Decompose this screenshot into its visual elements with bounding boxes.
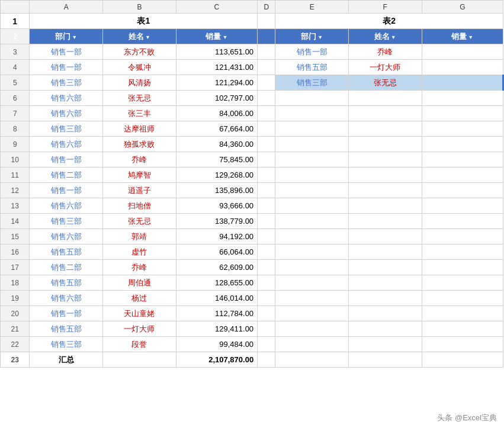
cell-name-t1[interactable]: 张三丰 xyxy=(103,106,176,121)
dropdown-dept-t1[interactable]: ▼ xyxy=(72,34,77,40)
separator-col xyxy=(258,168,275,183)
cell-name-t1[interactable]: 令狐冲 xyxy=(103,60,176,75)
cell-sales-t1[interactable]: 84,360.00 xyxy=(176,137,257,152)
cell-dept-t1[interactable]: 销售五部 xyxy=(30,275,103,291)
data-row: 13销售六部扫地僧93,666.00 xyxy=(1,198,503,214)
cell-dept-t1[interactable]: 销售一部 xyxy=(30,152,103,168)
cell-name-t1[interactable]: 鸠摩智 xyxy=(103,168,176,183)
cell-dept-t1[interactable]: 销售六部 xyxy=(30,291,103,306)
cell-dept-t1[interactable]: 销售二部 xyxy=(30,168,103,183)
header-name-t1[interactable]: 姓名▼ xyxy=(103,29,176,44)
cell-name-t1[interactable]: 达摩祖师 xyxy=(103,121,176,137)
cell-name-t2[interactable]: 张无忌 xyxy=(348,75,422,91)
cell-dept-t1[interactable]: 销售一部 xyxy=(30,60,103,75)
cell-name-t1[interactable]: 杨过 xyxy=(103,291,176,306)
col-header-e[interactable]: E xyxy=(275,1,349,14)
cell-sales-t1[interactable]: 128,655.00 xyxy=(176,275,257,291)
cell-name-t1[interactable]: 一灯大师 xyxy=(103,321,176,337)
cell-name-t1[interactable]: 乔峰 xyxy=(103,152,176,168)
cell-dept-t1[interactable]: 销售一部 xyxy=(30,306,103,321)
col-header-b[interactable]: B xyxy=(103,1,176,14)
cell-name-t1[interactable]: 张无忌 xyxy=(103,214,176,229)
header-dept-t1[interactable]: 部门▼ xyxy=(30,29,103,44)
col-header-d[interactable]: D xyxy=(258,1,275,14)
cell-sales-t1[interactable]: 94,192.00 xyxy=(176,229,257,244)
header-sales-t1[interactable]: 销量▼ xyxy=(176,29,257,44)
dropdown-name-t2[interactable]: ▼ xyxy=(391,34,396,40)
cell-name-t1[interactable]: 东方不败 xyxy=(103,44,176,60)
cell-sales-t1[interactable]: 112,784.00 xyxy=(176,306,257,321)
cell-sales-t1[interactable]: 135,896.00 xyxy=(176,183,257,198)
cell-sales-t2[interactable] xyxy=(422,60,503,75)
cell-name-t1[interactable]: 乔峰 xyxy=(103,260,176,275)
cell-name-t1[interactable]: 扫地僧 xyxy=(103,198,176,214)
cell-sales-t1[interactable]: 121,431.00 xyxy=(176,60,257,75)
cell-sales-t1[interactable]: 66,064.00 xyxy=(176,244,257,260)
cell-name-t2[interactable]: 乔峰 xyxy=(348,44,422,60)
cell-sales-t1[interactable]: 129,268.00 xyxy=(176,168,257,183)
dropdown-sales-t1[interactable]: ▼ xyxy=(222,34,227,40)
header-name-t2[interactable]: 姓名▼ xyxy=(348,29,422,44)
cell-name-t2[interactable]: 一灯大师 xyxy=(348,60,422,75)
col-header-g[interactable]: G xyxy=(422,1,503,14)
cell-name-t1[interactable]: 虚竹 xyxy=(103,244,176,260)
cell-sales-t1[interactable]: 99,484.00 xyxy=(176,337,257,352)
separator-col xyxy=(258,229,275,244)
cell-sales-t2[interactable] xyxy=(422,75,503,91)
cell-name-t1[interactable]: 风清扬 xyxy=(103,75,176,91)
dropdown-dept-t2[interactable]: ▼ xyxy=(317,34,323,40)
cell-empty-t2 xyxy=(422,214,503,229)
cell-empty-t2 xyxy=(275,91,349,106)
dropdown-sales-t2[interactable]: ▼ xyxy=(468,34,473,40)
cell-dept-t2[interactable]: 销售一部 xyxy=(275,44,349,60)
cell-dept-t1[interactable]: 销售六部 xyxy=(30,137,103,152)
dropdown-name-t1[interactable]: ▼ xyxy=(145,34,150,40)
cell-sales-t1[interactable]: 129,411.00 xyxy=(176,321,257,337)
cell-dept-t1[interactable]: 销售六部 xyxy=(30,106,103,121)
data-row: 18销售五部周伯通128,655.00 xyxy=(1,275,503,291)
cell-name-t1[interactable]: 逍遥子 xyxy=(103,183,176,198)
col-header-a[interactable]: A xyxy=(30,1,103,14)
cell-sales-t1[interactable]: 93,666.00 xyxy=(176,198,257,214)
cell-sales-t1[interactable]: 113,651.00 xyxy=(176,44,257,60)
cell-sales-t1[interactable]: 67,664.00 xyxy=(176,121,257,137)
cell-sales-t1[interactable]: 84,006.00 xyxy=(176,106,257,121)
col-header-c[interactable]: C xyxy=(176,1,257,14)
data-row: 9销售六部独孤求败84,360.00 xyxy=(1,137,503,152)
cell-dept-t1[interactable]: 销售三部 xyxy=(30,75,103,91)
cell-empty-t2 xyxy=(275,214,349,229)
cell-dept-t1[interactable]: 销售三部 xyxy=(30,337,103,352)
cell-dept-t1[interactable]: 销售三部 xyxy=(30,121,103,137)
cell-dept-t1[interactable]: 销售一部 xyxy=(30,183,103,198)
cell-name-t1[interactable]: 独孤求败 xyxy=(103,137,176,152)
cell-dept-t2[interactable]: 销售五部 xyxy=(275,60,349,75)
col-header-row: A B C D E F G xyxy=(1,1,503,14)
cell-sales-t1[interactable]: 138,779.00 xyxy=(176,214,257,229)
cell-name-t1[interactable]: 张无忌 xyxy=(103,91,176,106)
data-row: 19销售六部杨过146,014.00 xyxy=(1,291,503,306)
cell-name-t1[interactable]: 天山童姥 xyxy=(103,306,176,321)
cell-dept-t1[interactable]: 销售五部 xyxy=(30,244,103,260)
cell-dept-t1[interactable]: 销售一部 xyxy=(30,44,103,60)
cell-name-t1[interactable]: 周伯通 xyxy=(103,275,176,291)
cell-empty-t2 xyxy=(348,275,422,291)
cell-dept-t1[interactable]: 销售六部 xyxy=(30,91,103,106)
header-dept-t2[interactable]: 部门▼ xyxy=(275,29,349,44)
cell-sales-t1[interactable]: 121,294.00 xyxy=(176,75,257,91)
cell-sales-t2[interactable] xyxy=(422,44,503,60)
cell-dept-t1[interactable]: 销售六部 xyxy=(30,198,103,214)
cell-dept-t1[interactable]: 销售三部 xyxy=(30,214,103,229)
col-header-f[interactable]: F xyxy=(348,1,422,14)
cell-sales-t1[interactable]: 102,797.00 xyxy=(176,91,257,106)
header-sales-t2[interactable]: 销量▼ xyxy=(422,29,503,44)
cell-sales-t1[interactable]: 146,014.00 xyxy=(176,291,257,306)
cell-dept-t1[interactable]: 销售二部 xyxy=(30,260,103,275)
cell-dept-t2[interactable]: 销售三部 xyxy=(275,75,349,91)
cell-sales-t1[interactable]: 75,845.00 xyxy=(176,152,257,168)
cell-dept-t1[interactable]: 销售六部 xyxy=(30,229,103,244)
cell-name-t1[interactable]: 郭靖 xyxy=(103,229,176,244)
cell-sales-t1[interactable]: 62,609.00 xyxy=(176,260,257,275)
cell-name-t1[interactable]: 段誉 xyxy=(103,337,176,352)
cell-dept-t1[interactable]: 销售五部 xyxy=(30,321,103,337)
row-num-6: 6 xyxy=(1,91,30,106)
